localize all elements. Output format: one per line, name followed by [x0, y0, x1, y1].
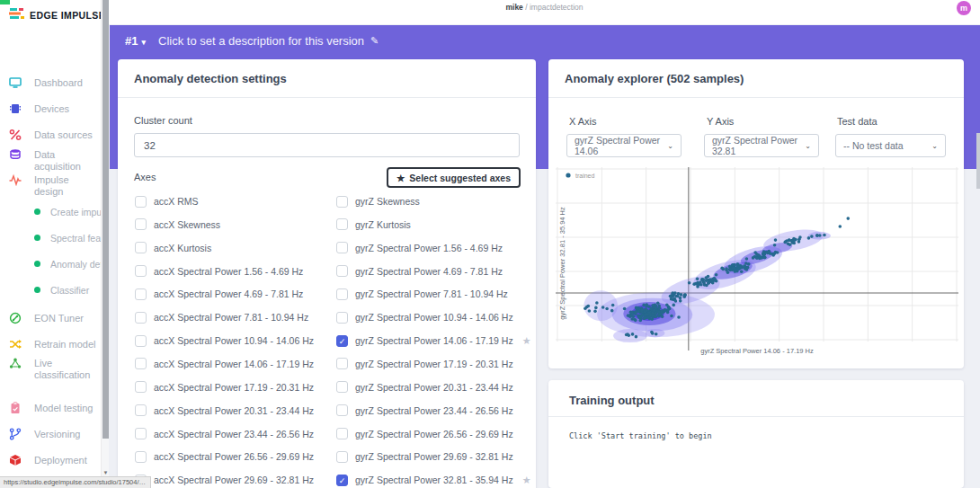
svg-text:gyrZ Spectral Power 14.06 - 17: gyrZ Spectral Power 14.06 - 17.19 Hz — [700, 347, 814, 355]
breadcrumb[interactable]: mike / impactdetection — [109, 3, 980, 12]
axis-checkbox[interactable] — [135, 335, 147, 347]
suggested-star-icon: ★ — [522, 475, 531, 486]
axis-checkbox[interactable] — [336, 404, 348, 416]
axis-option-label[interactable]: gyrZ Spectral Power 4.69 - 7.81 Hz — [355, 266, 503, 277]
axis-option-row: ✓ gyrZ Spectral Power 14.06 - 17.19 Hz★ — [336, 334, 531, 347]
axis-option-label[interactable]: gyrZ Spectral Power 1.56 - 4.69 Hz — [355, 243, 503, 253]
axis-checkbox[interactable] — [336, 242, 348, 253]
select-suggested-axes-button[interactable]: ★ Select suggested axes — [387, 167, 521, 188]
anomaly-scatter-chart[interactable]: trainedgyrZ Spectral Power 14.06 - 17.19… — [556, 164, 958, 359]
sidebar: EDGE IMPULSE Dashboard Devices Data sour… — [0, 0, 101, 488]
axis-checkbox[interactable] — [135, 288, 147, 300]
chevron-down-icon: ⌄ — [805, 142, 811, 150]
axis-option-row: gyrZ Skewness — [336, 195, 420, 208]
tuner-icon — [8, 312, 22, 324]
axis-checkbox[interactable]: ✓ — [336, 475, 348, 486]
svg-text:trained: trained — [575, 173, 595, 179]
scrollbar-down-arrow-icon[interactable]: ▼ — [102, 470, 110, 475]
axis-option-label[interactable]: gyrZ Spectral Power 29.69 - 32.81 Hz — [355, 451, 513, 462]
axis-option-row: accX Spectral Power 26.56 - 29.69 Hz — [135, 450, 314, 463]
divider — [548, 97, 964, 98]
sidebar-scrollbar[interactable]: ▼ — [101, 0, 109, 488]
version-description[interactable]: Click to set a description for this vers… — [158, 34, 379, 48]
y-axis-label: Y Axis — [707, 116, 734, 127]
page-scrollbar-thumb[interactable] — [976, 133, 980, 189]
axis-option-label[interactable]: gyrZ Spectral Power 17.19 - 20.31 Hz — [355, 359, 513, 369]
breadcrumb-project[interactable]: impactdetection — [530, 3, 584, 12]
axis-option-label[interactable]: accX RMS — [154, 196, 199, 207]
axis-checkbox[interactable] — [336, 312, 348, 324]
screen-capture-marker — [0, 0, 10, 4]
axis-option-label[interactable]: accX Spectral Power 1.56 - 4.69 Hz — [154, 266, 303, 277]
axis-checkbox[interactable] — [336, 288, 348, 300]
axis-option-row: gyrZ Spectral Power 7.81 - 10.94 Hz — [336, 288, 508, 300]
axis-option-row: accX Spectral Power 4.69 - 7.81 Hz — [135, 288, 303, 300]
axis-option-label[interactable]: accX Spectral Power 7.81 - 10.94 Hz — [154, 312, 308, 323]
axis-checkbox[interactable]: ✓ — [336, 335, 348, 347]
x-axis-select[interactable]: gyrZ Spectral Power 14.06 ⌄ — [566, 134, 682, 157]
panel-title: Anomaly detection settings — [134, 72, 287, 85]
axis-option-row: accX Spectral Power 20.31 - 23.44 Hz — [135, 404, 314, 417]
sidebar-item-label: Live classification — [34, 358, 99, 381]
axis-checkbox[interactable] — [336, 218, 348, 230]
version-picker[interactable]: #1 ▾ — [125, 34, 146, 48]
top-bar: mike / impactdetection m — [109, 0, 980, 24]
test-data-select[interactable]: -- No test data ⌄ — [835, 134, 946, 157]
axis-checkbox[interactable] — [135, 265, 147, 277]
axis-checkbox[interactable] — [135, 381, 147, 393]
avatar[interactable]: m — [957, 1, 971, 15]
axis-option-label[interactable]: accX Spectral Power 10.94 - 14.06 Hz — [154, 335, 314, 346]
nodes-icon — [8, 357, 22, 369]
browser-status-url: https://studio.edgeimpulse.com/studio/17… — [0, 476, 151, 488]
axis-checkbox[interactable] — [135, 196, 147, 208]
branch-icon — [8, 428, 22, 440]
axis-checkbox[interactable] — [336, 451, 348, 463]
green-dot-icon — [34, 235, 40, 241]
cluster-count-input[interactable] — [134, 133, 520, 157]
axis-option-label[interactable]: accX Spectral Power 26.56 - 29.69 Hz — [154, 451, 314, 462]
axis-option-label[interactable]: gyrZ Spectral Power 26.56 - 29.69 Hz — [355, 429, 513, 439]
axis-checkbox[interactable] — [336, 358, 348, 369]
axis-option-label[interactable]: accX Skewness — [154, 219, 220, 230]
axis-option-row: accX RMS — [135, 195, 199, 208]
caret-down-icon: ▾ — [141, 38, 146, 47]
axis-option-label[interactable]: gyrZ Kurtosis — [355, 219, 411, 230]
sidebar-scrollbar-thumb[interactable] — [102, 0, 109, 439]
axis-option-label[interactable]: gyrZ Spectral Power 14.06 - 17.19 Hz — [355, 335, 513, 346]
axis-checkbox[interactable] — [135, 242, 147, 253]
axis-option-label[interactable]: accX Spectral Power 14.06 - 17.19 Hz — [154, 359, 314, 369]
axis-option-label[interactable]: accX Spectral Power 20.31 - 23.44 Hz — [154, 405, 314, 416]
breadcrumb-user[interactable]: mike — [505, 3, 522, 12]
axis-checkbox[interactable] — [336, 381, 348, 393]
axis-option-label[interactable]: gyrZ Spectral Power 23.44 - 26.56 Hz — [355, 405, 513, 416]
edit-pencil-icon[interactable]: ✎ — [370, 35, 379, 47]
axis-checkbox[interactable] — [135, 428, 147, 439]
axis-option-label[interactable]: accX Spectral Power 17.19 - 20.31 Hz — [154, 382, 314, 393]
axis-checkbox[interactable] — [135, 312, 147, 324]
sidebar-item-label: Anomaly detection — [50, 259, 101, 271]
axis-option-label[interactable]: accX Spectral Power 29.69 - 32.81 Hz — [154, 475, 314, 485]
green-dot-icon — [34, 287, 40, 293]
axis-option-label[interactable]: gyrZ Spectral Power 10.94 - 14.06 Hz — [355, 312, 513, 323]
axis-checkbox[interactable] — [336, 196, 348, 208]
axis-checkbox[interactable] — [135, 358, 147, 369]
axis-checkbox[interactable] — [336, 428, 348, 439]
y-axis-select[interactable]: gyrZ Spectral Power 32.81 ⌄ — [704, 134, 819, 157]
axis-option-row: accX Kurtosis — [135, 242, 211, 254]
axis-option-label[interactable]: accX Kurtosis — [154, 243, 211, 253]
axis-option-label[interactable]: accX Spectral Power 23.44 - 26.56 Hz — [154, 429, 314, 439]
axis-checkbox[interactable] — [336, 265, 348, 277]
sidebar-item-label: Devices — [34, 103, 99, 115]
edge-impulse-logo-text: EDGE IMPULSE — [30, 10, 105, 21]
axis-option-row: accX Spectral Power 29.69 - 32.81 Hz — [135, 474, 314, 486]
axis-checkbox[interactable] — [135, 404, 147, 416]
axis-option-label[interactable]: gyrZ Spectral Power 7.81 - 10.94 Hz — [355, 288, 508, 299]
edge-impulse-logo[interactable]: EDGE IMPULSE — [9, 7, 105, 23]
axis-option-label[interactable]: accX Spectral Power 4.69 - 7.81 Hz — [154, 288, 303, 299]
axis-option-label[interactable]: gyrZ Skewness — [355, 196, 420, 207]
axis-option-label[interactable]: gyrZ Spectral Power 32.81 - 35.94 Hz — [355, 475, 513, 485]
axis-checkbox[interactable] — [135, 451, 147, 463]
axis-checkbox[interactable] — [135, 218, 147, 230]
axis-option-row: accX Spectral Power 14.06 - 17.19 Hz — [135, 358, 314, 370]
axis-option-label[interactable]: gyrZ Spectral Power 20.31 - 23.44 Hz — [355, 382, 513, 393]
